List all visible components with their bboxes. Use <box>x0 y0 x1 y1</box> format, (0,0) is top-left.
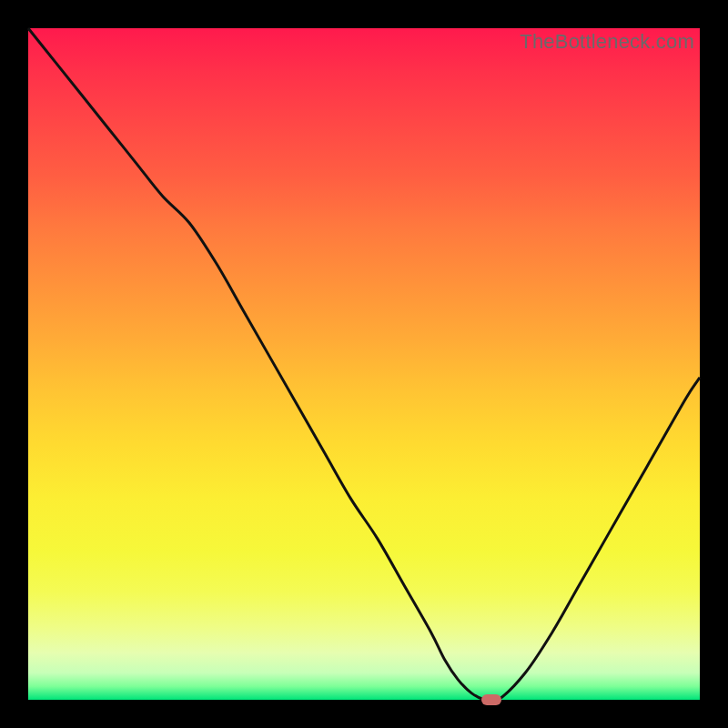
optimal-marker <box>481 694 501 705</box>
bottleneck-curve <box>28 28 700 700</box>
chart-frame: TheBottleneck.com <box>0 0 728 728</box>
curve-path <box>28 28 700 702</box>
plot-area: TheBottleneck.com <box>28 28 700 700</box>
